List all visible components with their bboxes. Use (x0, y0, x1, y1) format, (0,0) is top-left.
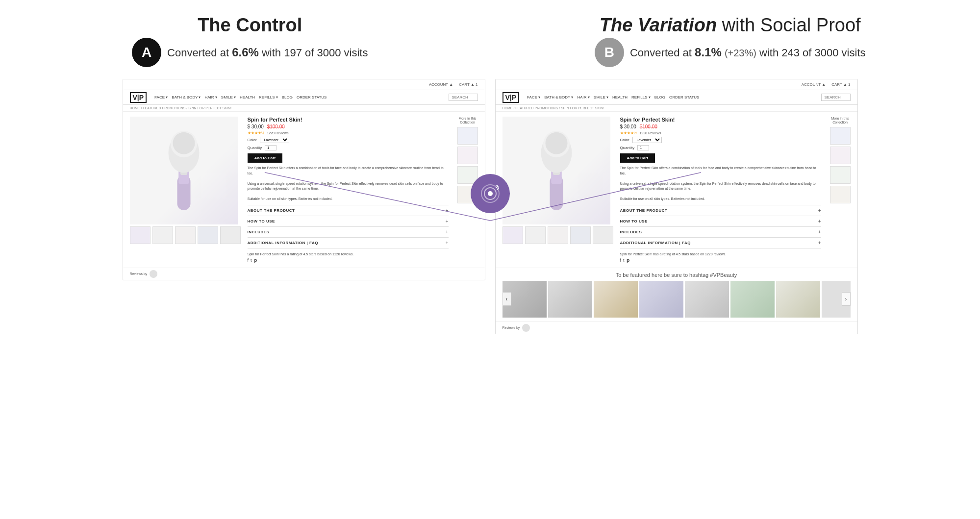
accordion-faq-label: ADDITIONAL INFORMATION | FAQ (248, 241, 318, 245)
nav-hair[interactable]: HAIR ▾ (205, 95, 217, 99)
variation-search-input[interactable] (821, 94, 851, 101)
side-thumb-2[interactable] (457, 147, 478, 164)
var-thumb-3[interactable] (548, 226, 568, 244)
control-header: The Control A Converted at 6.6% with 197… (10, 15, 490, 71)
var-nav-health[interactable]: HEALTH (612, 95, 628, 99)
collection-title: More in thisCollection (457, 117, 478, 125)
control-search-input[interactable] (449, 94, 478, 101)
var-side-thumb-4[interactable] (830, 186, 851, 203)
variation-converted-label: Converted at (630, 47, 692, 59)
var-nav-blog[interactable]: BLOG (654, 95, 665, 99)
var-side-thumb-3[interactable] (830, 166, 851, 184)
var-accordion-how-icon: + (818, 219, 821, 224)
var-facebook-icon[interactable]: f (620, 258, 622, 263)
accordion-includes-icon: + (446, 229, 449, 235)
nav-face[interactable]: FACE ▾ (154, 95, 168, 99)
control-color-select[interactable]: Lavender (260, 137, 289, 143)
ugc-gallery: ‹ › (503, 281, 851, 318)
thumb-2[interactable] (152, 226, 173, 244)
variation-title-bold: The Variation (600, 15, 717, 35)
var-nav-face[interactable]: FACE ▾ (527, 95, 540, 99)
variation-qty-input[interactable] (637, 145, 649, 150)
variation-color-select[interactable]: Lavender (632, 137, 662, 143)
var-thumb-5[interactable] (593, 226, 613, 244)
nav-blog[interactable]: BLOG (282, 95, 293, 99)
accordion-includes[interactable]: INCLUDES + (248, 227, 449, 238)
accordion-faq[interactable]: ADDITIONAL INFORMATION | FAQ + (248, 238, 449, 248)
var-nav-order[interactable]: ORDER STATUS (669, 95, 699, 99)
var-side-thumb-1[interactable] (830, 127, 851, 145)
control-badge-letter: A (142, 45, 151, 60)
variation-topbar: ACCOUNT ▲ CART ▲ 1 (496, 79, 857, 90)
ugc-img-3 (594, 281, 638, 318)
var-side-thumb-2[interactable] (830, 147, 851, 164)
side-thumb-1[interactable] (457, 127, 478, 145)
variation-badge-letter: B (604, 45, 614, 60)
nav-smile[interactable]: SMILE ▾ (221, 95, 236, 99)
var-nav-bath[interactable]: BATH & BODY ▾ (544, 95, 573, 99)
variation-reviews-bar: Reviews by (496, 321, 857, 334)
pinterest-icon[interactable]: 𝗽 (254, 258, 257, 263)
accordion-about[interactable]: ABOUT THE PRODUCT + (248, 205, 449, 216)
var-cart: CART ▲ 1 (831, 82, 850, 87)
ugc-img-4 (639, 281, 683, 318)
control-main-image (130, 117, 238, 224)
nav-bath[interactable]: BATH & BODY ▾ (172, 95, 201, 99)
nav-health[interactable]: HEALTH (240, 95, 255, 99)
var-pinterest-icon[interactable]: 𝗽 (627, 258, 629, 263)
var-accordion-how[interactable]: HOW TO USE + (620, 216, 821, 227)
accordion-includes-label: INCLUDES (248, 230, 270, 234)
var-color-label: Color (620, 138, 629, 142)
control-qty-input[interactable] (265, 145, 276, 150)
var-nav-refills[interactable]: REFILLS ▾ (631, 95, 651, 99)
var-thumb-4[interactable] (570, 226, 591, 244)
desc-p2: Using a universal, single-speed rotation… (248, 181, 449, 192)
thumb-4[interactable] (198, 226, 218, 244)
facebook-icon[interactable]: f (248, 258, 249, 263)
variation-header: The Variation with Social Proof B Conver… (490, 15, 971, 71)
control-accordion: ABOUT THE PRODUCT + HOW TO USE + INCLUDE… (248, 205, 449, 248)
control-nav: V|P FACE ▾ BATH & BODY ▾ HAIR ▾ SMILE ▾ … (123, 90, 485, 105)
ugc-img-7 (776, 281, 820, 318)
var-thumb-1[interactable] (503, 226, 523, 244)
var-accordion-faq[interactable]: ADDITIONAL INFORMATION | FAQ + (620, 238, 821, 248)
gallery-prev-button[interactable]: ‹ (503, 292, 511, 306)
control-visits: with 197 of 3000 visits (262, 47, 368, 59)
var-twitter-icon[interactable]: t (623, 258, 625, 263)
var-thumb-2[interactable] (525, 226, 546, 244)
var-nav-smile[interactable]: SMILE ▾ (594, 95, 608, 99)
nav-order-status[interactable]: ORDER STATUS (297, 95, 327, 99)
variation-side-thumbs: More in thisCollection (830, 117, 851, 263)
thumb-3[interactable] (175, 226, 196, 244)
control-price-row: $ 30.00 $100.00 (248, 124, 449, 129)
variation-product-area: Spin for Perfect Skin! $ 30.00 $100.00 ★… (496, 112, 857, 268)
var-accordion-faq-label: ADDITIONAL INFORMATION | FAQ (620, 241, 691, 245)
var-accordion-includes-label: INCLUDES (620, 230, 642, 234)
ab-test-icon (471, 174, 510, 213)
variation-social: f t 𝗽 (620, 258, 821, 263)
svg-point-7 (173, 132, 195, 154)
variation-add-to-cart[interactable]: Add to Cart (620, 153, 655, 163)
desc-p3: Suitable for use on all skin types. Batt… (248, 197, 449, 202)
variation-product-title: Spin for Perfect Skin! (620, 117, 821, 123)
control-product-info: Spin for Perfect Skin! $ 30.00 $100.00 ★… (248, 117, 449, 263)
var-accordion-includes[interactable]: INCLUDES + (620, 227, 821, 238)
twitter-icon[interactable]: t (251, 258, 252, 263)
gallery-next-button[interactable]: › (842, 292, 851, 306)
var-accordion-includes-icon: + (818, 229, 821, 235)
control-account: ACCOUNT ▲ (429, 82, 453, 87)
variation-desc: The Spin for Perfect Skin offers a combi… (620, 166, 821, 202)
thumb-5[interactable] (220, 226, 241, 244)
variation-conversion-text: Converted at 8.1% (+23%) with 243 of 300… (630, 46, 866, 59)
thumb-1[interactable] (130, 226, 151, 244)
accordion-how[interactable]: HOW TO USE + (248, 216, 449, 227)
nav-refills[interactable]: REFILLS ▾ (259, 95, 278, 99)
var-nav-hair[interactable]: HAIR ▾ (578, 95, 590, 99)
var-accordion-about[interactable]: ABOUT THE PRODUCT + (620, 205, 821, 216)
variation-nav: V|P FACE ▾ BATH & BODY ▾ HAIR ▾ SMILE ▾ … (496, 90, 857, 105)
control-desc: The Spin for Perfect Skin offers a combi… (248, 166, 449, 202)
var-reviews-badge (522, 324, 530, 332)
control-add-to-cart[interactable]: Add to Cart (248, 153, 283, 163)
control-badge-row: A Converted at 6.6% with 197 of 3000 vis… (10, 38, 490, 67)
variation-stars: ★★★★½ 1220 Reviews (620, 131, 821, 135)
